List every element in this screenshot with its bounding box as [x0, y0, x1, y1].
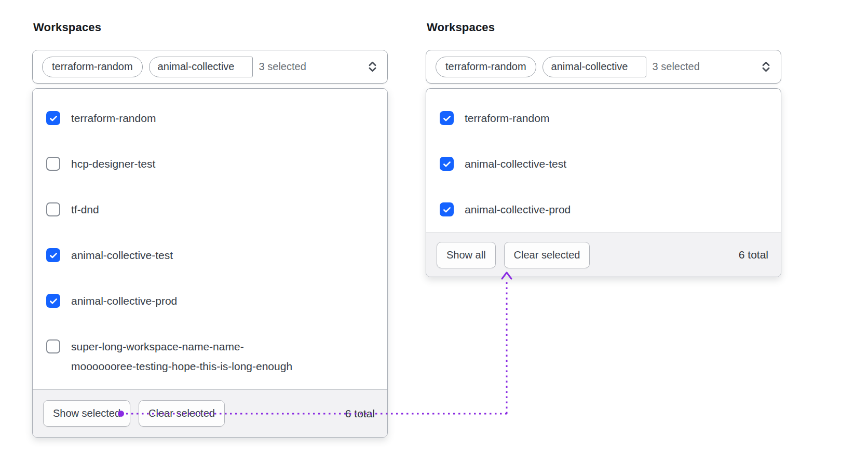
option-row[interactable]: animal-collective-prod — [440, 187, 767, 233]
checkbox[interactable] — [440, 202, 454, 216]
option-row[interactable]: super-long-workspace-name-name- moooooor… — [46, 324, 374, 389]
option-label: animal-collective-test — [465, 154, 566, 174]
selected-pill-truncated: animal-collective — [149, 57, 253, 77]
option-label: terraform-random — [71, 108, 156, 128]
total-count: 6 total — [739, 249, 768, 261]
chevrons-up-down-icon — [367, 60, 378, 73]
selected-count: 3 selected — [259, 61, 306, 73]
multiselect-left: Workspaces terraform-random animal-colle… — [32, 21, 388, 438]
selected-pill: terraform-random — [42, 57, 143, 77]
options-list: terraform-random hcp-designer-test tf-dn… — [33, 89, 387, 389]
field-label: Workspaces — [427, 21, 781, 34]
option-label: super-long-workspace-name-name- moooooor… — [71, 337, 292, 376]
selected-pill: terraform-random — [436, 57, 536, 77]
checkbox[interactable] — [46, 339, 60, 353]
field-label: Workspaces — [33, 21, 388, 34]
dropdown-panel: terraform-random hcp-designer-test tf-dn… — [32, 88, 388, 438]
option-label: animal-collective-prod — [71, 291, 177, 311]
checkbox[interactable] — [46, 157, 60, 171]
dropdown-footer: Show selected Clear selected 6 total — [33, 389, 387, 437]
show-selected-button[interactable]: Show selected — [43, 400, 130, 427]
selected-pill-truncated: animal-collective — [542, 57, 646, 77]
option-label: hcp-designer-test — [71, 154, 155, 174]
multiselect-trigger[interactable]: terraform-random animal-collective 3 sel… — [32, 50, 388, 84]
checkbox[interactable] — [46, 294, 60, 308]
dropdown-footer: Show all Clear selected 6 total — [426, 233, 781, 277]
checkbox[interactable] — [440, 111, 454, 125]
chevrons-up-down-icon — [760, 60, 772, 73]
option-label: animal-collective-test — [71, 246, 173, 265]
option-row[interactable]: animal-collective-prod — [46, 278, 374, 324]
option-row[interactable]: animal-collective-test — [440, 141, 767, 187]
dropdown-panel: terraform-random animal-collective-test … — [426, 88, 781, 277]
multiselect-right: Workspaces terraform-random animal-colle… — [426, 21, 781, 277]
option-row[interactable]: terraform-random — [440, 96, 767, 141]
show-all-button[interactable]: Show all — [437, 242, 496, 268]
option-row[interactable]: hcp-designer-test — [46, 141, 374, 187]
checkbox[interactable] — [440, 157, 454, 171]
checkbox[interactable] — [46, 111, 60, 125]
multiselect-trigger[interactable]: terraform-random animal-collective 3 sel… — [426, 50, 781, 84]
clear-selected-button[interactable]: Clear selected — [504, 242, 590, 268]
checkbox[interactable] — [46, 248, 60, 262]
checkbox[interactable] — [46, 202, 60, 216]
option-row[interactable]: tf-dnd — [46, 187, 374, 233]
option-row[interactable]: terraform-random — [46, 96, 374, 141]
selected-count: 3 selected — [653, 61, 700, 73]
option-label: tf-dnd — [71, 200, 99, 220]
option-row[interactable]: animal-collective-test — [46, 233, 374, 278]
options-list: terraform-random animal-collective-test … — [426, 89, 781, 233]
option-label-line2: mooooooree-testing-hope-this-is-long-eno… — [71, 357, 292, 376]
option-label: terraform-random — [465, 108, 549, 128]
option-label-line1: super-long-workspace-name-name- — [71, 337, 292, 357]
option-label: animal-collective-prod — [465, 200, 571, 220]
clear-selected-button[interactable]: Clear selected — [139, 400, 225, 427]
total-count: 6 total — [345, 407, 375, 420]
page: Workspaces terraform-random animal-colle… — [0, 0, 868, 463]
